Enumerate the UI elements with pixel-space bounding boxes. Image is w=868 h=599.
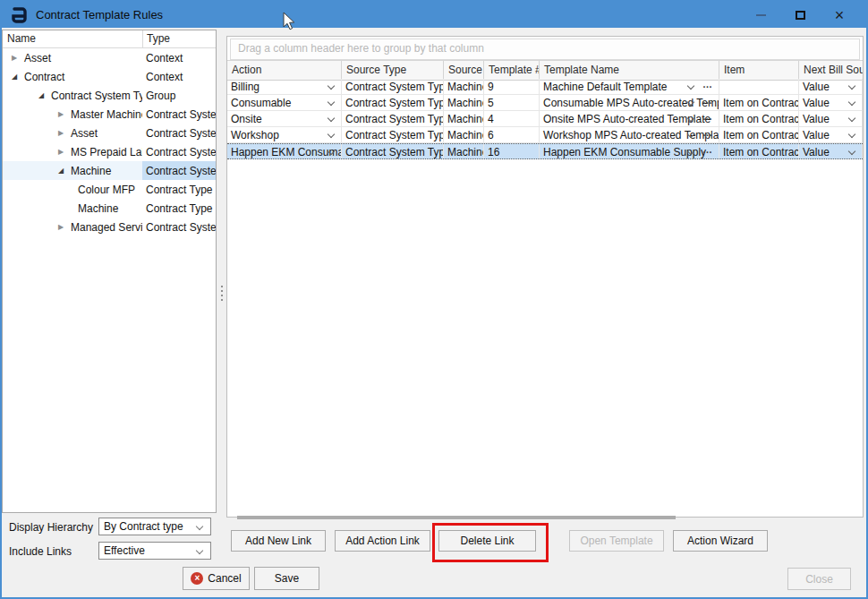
add-action-link-button[interactable]: Add Action Link <box>335 530 430 552</box>
grid-cell-item[interactable]: Item on Contract <box>719 144 799 158</box>
grid-cell-template-name[interactable]: Happen EKM Consumable Supply… <box>540 144 719 158</box>
grid-cell-action[interactable]: Happen EKM Consumable <box>227 144 342 158</box>
dropdown-arrow-icon[interactable] <box>687 82 694 90</box>
ellipsis-button-icon[interactable]: … <box>702 111 713 122</box>
group-by-panel[interactable]: Drag a column header here to group by th… <box>230 39 860 60</box>
grid-row[interactable]: WorkshopContract System TypeMachine6Work… <box>227 127 863 143</box>
grid-cell-item[interactable]: Item on Contract <box>719 111 799 126</box>
expand-arrow-icon[interactable]: ▶ <box>58 218 71 236</box>
dropdown-arrow-icon[interactable] <box>848 115 855 122</box>
grid-cell-source-type[interactable]: Contract System Type <box>342 95 444 110</box>
close-window-button[interactable]: × <box>820 2 859 28</box>
tree-row[interactable]: ◢ContractContext <box>3 67 216 86</box>
grid-row[interactable]: BillingContract System TypeMachine9Machi… <box>227 79 863 95</box>
collapse-arrow-icon[interactable]: ◢ <box>12 67 24 86</box>
tree-row[interactable]: ▶MS Prepaid LabourContract System Type <box>3 142 216 161</box>
expand-arrow-icon[interactable]: ▶ <box>12 48 24 67</box>
tree-row[interactable]: ◢Contract System TypeGroup <box>3 86 216 105</box>
collapse-arrow-icon[interactable]: ◢ <box>58 161 71 180</box>
grid-cell-item[interactable] <box>719 79 799 94</box>
dropdown-arrow-icon[interactable] <box>328 82 335 90</box>
display-hierarchy-select[interactable]: By Contract type <box>98 518 211 535</box>
horizontal-scrollbar[interactable] <box>237 516 676 519</box>
tree-row[interactable]: ▶AssetContract System Type <box>3 124 216 142</box>
ellipsis-button-icon[interactable]: … <box>702 144 713 155</box>
dropdown-arrow-icon[interactable] <box>848 82 855 90</box>
include-links-select[interactable]: Effective <box>98 542 211 560</box>
action-wizard-button[interactable]: Action Wizard <box>673 530 768 552</box>
ellipsis-button-icon[interactable]: … <box>702 127 713 138</box>
grid-cell-source-type[interactable]: Contract System Type <box>342 127 444 142</box>
grid-cell-source-type[interactable]: Contract System Type <box>342 144 444 158</box>
grid-cell-action[interactable]: Billing <box>227 79 342 94</box>
collapse-arrow-icon[interactable]: ◢ <box>38 86 51 105</box>
grid-cell-template-no[interactable]: 4 <box>484 111 540 126</box>
grid-cell-template-no[interactable]: 5 <box>484 95 540 110</box>
display-hierarchy-label: Display Hierarchy <box>9 521 93 534</box>
grid-cell-template-no[interactable]: 6 <box>484 127 540 142</box>
grid-cell-action[interactable]: Consumable <box>227 95 342 110</box>
tree-row[interactable]: ▶Managed ServiceContract System Type <box>3 218 216 236</box>
grid-cell-action[interactable]: Onsite <box>227 111 342 126</box>
ellipsis-button-icon[interactable]: … <box>702 95 713 106</box>
dropdown-arrow-icon[interactable] <box>328 98 335 106</box>
grid-cell-next-bill-source[interactable]: Value <box>799 111 863 126</box>
grid-column-header[interactable]: Source Type <box>342 61 444 80</box>
grid-cell-action[interactable]: Workshop <box>227 127 342 142</box>
dropdown-arrow-icon[interactable] <box>328 115 335 122</box>
grid-cell-template-name[interactable]: Workshop MPS Auto-created Template… <box>540 127 719 142</box>
grid-cell-template-name[interactable]: Machine Default Template… <box>540 79 719 94</box>
grid-column-header[interactable]: Template # <box>484 61 540 80</box>
grid-cell-next-bill-source[interactable]: Value <box>799 79 863 94</box>
grid-row[interactable]: Happen EKM ConsumableContract System Typ… <box>227 143 863 159</box>
grid-column-header[interactable]: Action <box>227 61 342 80</box>
dropdown-arrow-icon[interactable] <box>848 98 855 106</box>
include-links-value: Effective <box>104 544 145 557</box>
grid-cell-item[interactable]: Item on Contract <box>719 127 799 142</box>
grid-row[interactable]: ConsumableContract System TypeMachine5Co… <box>227 95 863 111</box>
dropdown-arrow-icon[interactable] <box>328 131 335 138</box>
dropdown-arrow-icon[interactable] <box>848 131 855 138</box>
expand-arrow-icon[interactable]: ▶ <box>58 124 71 142</box>
grid-cell-next-bill-source[interactable]: Value <box>799 127 863 142</box>
save-button[interactable]: Save <box>254 567 319 590</box>
dropdown-arrow-icon[interactable] <box>848 148 855 155</box>
grid-cell-source[interactable]: Machine <box>444 144 484 158</box>
tree-row[interactable]: ▶AssetContext <box>3 48 216 67</box>
grid-cell-template-no[interactable]: 9 <box>484 79 540 94</box>
ellipsis-button-icon[interactable]: … <box>702 79 713 90</box>
panel-splitter-grip[interactable] <box>220 286 224 311</box>
grid-column-header[interactable]: Template Name <box>540 61 719 80</box>
grid-cell-source[interactable]: Machine <box>444 95 484 110</box>
grid-cell-source[interactable]: Machine <box>444 127 484 142</box>
tree-row[interactable]: ▶Master MachineContract System Type <box>3 105 216 124</box>
grid-column-header[interactable]: Source <box>444 61 484 80</box>
titlebar[interactable]: Contract Template Rules × <box>2 2 866 28</box>
tree-column-header-name[interactable]: Name <box>3 30 143 47</box>
tree-row[interactable]: Colour MFPContract Type <box>3 180 216 199</box>
grid-column-header[interactable]: Item <box>719 61 799 80</box>
grid-cell-template-no[interactable]: 16 <box>484 144 540 158</box>
grid-cell-source[interactable]: Machine <box>444 111 484 126</box>
delete-link-button[interactable]: Delete Link <box>438 530 536 552</box>
grid-column-header[interactable]: Next Bill Source <box>799 61 863 80</box>
grid-row[interactable]: OnsiteContract System TypeMachine4Onsite… <box>227 111 863 127</box>
grid-cell-source-type[interactable]: Contract System Type <box>342 79 444 94</box>
grid-cell-next-bill-source[interactable]: Value <box>799 95 863 110</box>
add-new-link-button[interactable]: Add New Link <box>231 530 326 552</box>
minimize-button[interactable] <box>741 2 780 28</box>
grid-cell-source[interactable]: Machine <box>444 79 484 94</box>
tree-row[interactable]: MachineContract Type <box>3 199 216 218</box>
maximize-button[interactable] <box>780 2 820 28</box>
grid-cell-template-name[interactable]: Onsite MPS Auto-created Template… <box>540 111 719 126</box>
tree-row[interactable]: ◢MachineContract System Type <box>3 161 216 180</box>
cancel-x-icon: × <box>191 572 203 585</box>
expand-arrow-icon[interactable]: ▶ <box>58 142 71 161</box>
grid-cell-next-bill-source[interactable]: Value <box>799 144 863 158</box>
grid-cell-source-type[interactable]: Contract System Type <box>342 111 444 126</box>
grid-cell-item[interactable]: Item on Contract <box>719 95 799 110</box>
expand-arrow-icon[interactable]: ▶ <box>58 105 71 124</box>
grid-cell-template-name[interactable]: Consumable MPS Auto-created Template… <box>540 95 719 110</box>
cancel-button[interactable]: × Cancel <box>183 567 250 590</box>
tree-column-header-type[interactable]: Type <box>143 30 216 47</box>
